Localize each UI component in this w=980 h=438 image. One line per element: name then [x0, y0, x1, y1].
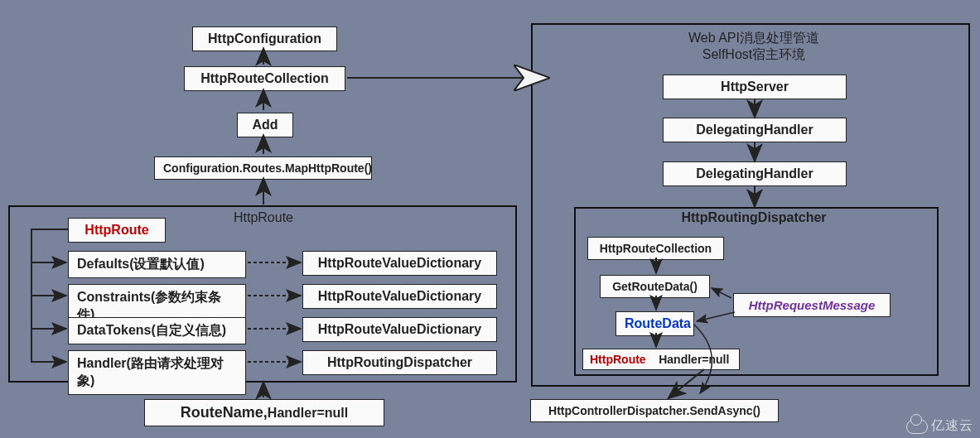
text-handler-null: Handler=null: [268, 406, 348, 420]
watermark-text: 亿速云: [931, 417, 973, 435]
node-datatokens: DataTokens(自定义信息): [68, 317, 246, 344]
cloud-icon: ·: [906, 419, 928, 434]
node-dict1: HttpRouteValueDictionary: [302, 251, 497, 276]
label-http-route-container: HttpRoute: [222, 210, 305, 225]
node-routename-handler: RouteName,Handler=null: [144, 399, 384, 426]
text-routename: RouteName,: [181, 404, 268, 421]
label-pipeline-title1: Web API消息处理管道: [630, 30, 878, 47]
node-defaults: Defaults(设置默认值): [68, 251, 246, 278]
node-dict3: HttpRouteValueDictionary: [302, 317, 497, 342]
node-send-async: HttpControllerDispatcher.SendAsync(): [530, 399, 779, 422]
node-routing-dispatcher-left: HttpRoutingDispatcher: [302, 350, 497, 375]
node-handler: Handler(路由请求处理对象): [68, 350, 246, 395]
node-http-configuration: HttpConfiguration: [192, 26, 337, 51]
node-get-route-data: GetRouteData(): [600, 275, 710, 298]
node-map-http-route: Configuration.Routes.MapHttpRoute(): [154, 156, 372, 180]
watermark: · 亿速云: [906, 417, 973, 435]
node-http-route-red-left: HttpRoute: [68, 218, 166, 243]
node-http-server: HttpServer: [663, 75, 847, 99]
text-handler-null-right: Handler=null: [659, 353, 729, 366]
text-httproute-red-right: HttpRoute: [590, 353, 646, 366]
node-dict2: HttpRouteValueDictionary: [302, 284, 497, 309]
node-delegating-handler-2: DelegatingHandler: [663, 161, 847, 186]
node-http-request-message: HttpRequestMessage: [733, 293, 891, 317]
label-routing-dispatcher: HttpRoutingDispatcher: [638, 210, 870, 225]
node-delegating-handler-1: DelegatingHandler: [663, 118, 847, 142]
node-http-route-collection-right: HttpRouteCollection: [587, 237, 724, 260]
node-add: Add: [237, 113, 293, 137]
node-httproute-handler-null: HttpRoute Handler=null: [582, 349, 740, 370]
label-pipeline-title2: SelfHost宿主环境: [630, 46, 878, 64]
node-http-route-collection-left: HttpRouteCollection: [184, 66, 345, 91]
node-route-data: RouteData: [616, 311, 694, 336]
